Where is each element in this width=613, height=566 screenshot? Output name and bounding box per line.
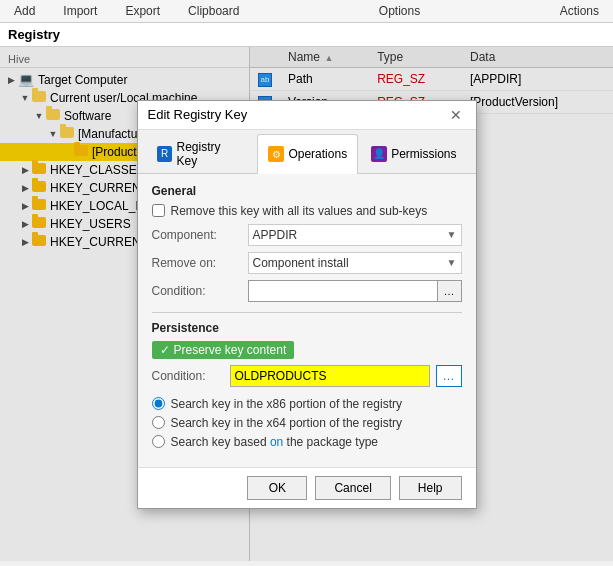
permissions-tab-icon: 👤 [371,146,387,162]
dialog-close-button[interactable]: ✕ [446,107,466,123]
preserve-row: ✓ Preserve key content [152,341,462,359]
remove-on-dropdown-arrow: ▼ [447,257,457,268]
cancel-button[interactable]: Cancel [315,476,390,500]
condition-browse-button[interactable]: … [438,280,462,302]
persistence-condition-label: Condition: [152,369,224,383]
registry-key-tab-icon: R [157,146,173,162]
radio-x86[interactable] [152,397,165,410]
dialog-buttons: OK Cancel Help [138,467,476,508]
persistence-condition-input[interactable] [230,365,430,387]
checkmark-icon: ✓ [160,343,170,357]
toolbar-options[interactable]: Options [373,2,426,20]
dialog-overlay: Edit Registry Key ✕ R Registry Key ⚙ Ope… [0,47,613,561]
remove-on-label: Remove on: [152,256,242,270]
component-dropdown-arrow: ▼ [447,229,457,240]
highlight-on: on [270,435,283,449]
component-value: APPDIR [253,228,298,242]
radio-x86-label: Search key in the x86 portion of the reg… [171,397,402,411]
toolbar: Add Import Export Clipboard Options Acti… [0,0,613,23]
persistence-section-label: Persistence [152,321,462,335]
persistence-section: Persistence ✓ Preserve key content Condi… [152,312,462,387]
persistence-condition-browse-button[interactable]: … [436,365,462,387]
tab-permissions-label: Permissions [391,147,456,161]
remove-on-value: Component install [253,256,349,270]
remove-key-label: Remove this key with all its values and … [171,204,428,218]
main-container: Registry Hive ▶ 💻 Target Computer ▼ Curr… [0,23,613,561]
help-button[interactable]: Help [399,476,462,500]
toolbar-clipboard[interactable]: Clipboard [182,2,245,20]
radio-pkg[interactable] [152,435,165,448]
component-label: Component: [152,228,242,242]
ok-button[interactable]: OK [247,476,307,500]
remove-key-checkbox[interactable] [152,204,165,217]
preserve-badge: ✓ Preserve key content [152,341,295,359]
toolbar-export[interactable]: Export [119,2,166,20]
tab-registry-key-label: Registry Key [176,140,244,168]
remove-on-row: Remove on: Component install ▼ [152,252,462,274]
toolbar-add[interactable]: Add [8,2,41,20]
dialog-title: Edit Registry Key [148,107,248,122]
operations-tab-icon: ⚙ [268,146,284,162]
panel-title: Registry [0,23,613,47]
persistence-condition-row: Condition: … [152,365,462,387]
dialog-titlebar: Edit Registry Key ✕ [138,101,476,130]
radio-row-x64: Search key in the x64 portion of the reg… [152,416,462,430]
edit-registry-key-dialog: Edit Registry Key ✕ R Registry Key ⚙ Ope… [137,100,477,509]
radio-x64-label: Search key in the x64 portion of the reg… [171,416,402,430]
component-row: Component: APPDIR ▼ [152,224,462,246]
remove-key-row: Remove this key with all its values and … [152,204,462,218]
tab-registry-key[interactable]: R Registry Key [146,134,256,173]
toolbar-actions[interactable]: Actions [554,2,605,20]
radio-pkg-label: Search key based on the package type [171,435,379,449]
general-section-label: General [152,184,462,198]
condition-label: Condition: [152,284,242,298]
condition-input[interactable] [248,280,438,302]
tab-permissions[interactable]: 👤 Permissions [360,134,467,173]
radio-row-x86: Search key in the x86 portion of the reg… [152,397,462,411]
tab-operations[interactable]: ⚙ Operations [257,134,358,174]
remove-on-select[interactable]: Component install ▼ [248,252,462,274]
dialog-tabs: R Registry Key ⚙ Operations 👤 Permission… [138,130,476,174]
component-select[interactable]: APPDIR ▼ [248,224,462,246]
radio-group: Search key in the x86 portion of the reg… [152,397,462,449]
radio-row-pkg: Search key based on the package type [152,435,462,449]
preserve-label: Preserve key content [174,343,287,357]
condition-input-row: … [248,280,462,302]
content-area: Hive ▶ 💻 Target Computer ▼ Current user/… [0,47,613,561]
condition-row: Condition: … [152,280,462,302]
dialog-content: General Remove this key with all its val… [138,174,476,459]
tab-operations-label: Operations [288,147,347,161]
toolbar-import[interactable]: Import [57,2,103,20]
radio-x64[interactable] [152,416,165,429]
